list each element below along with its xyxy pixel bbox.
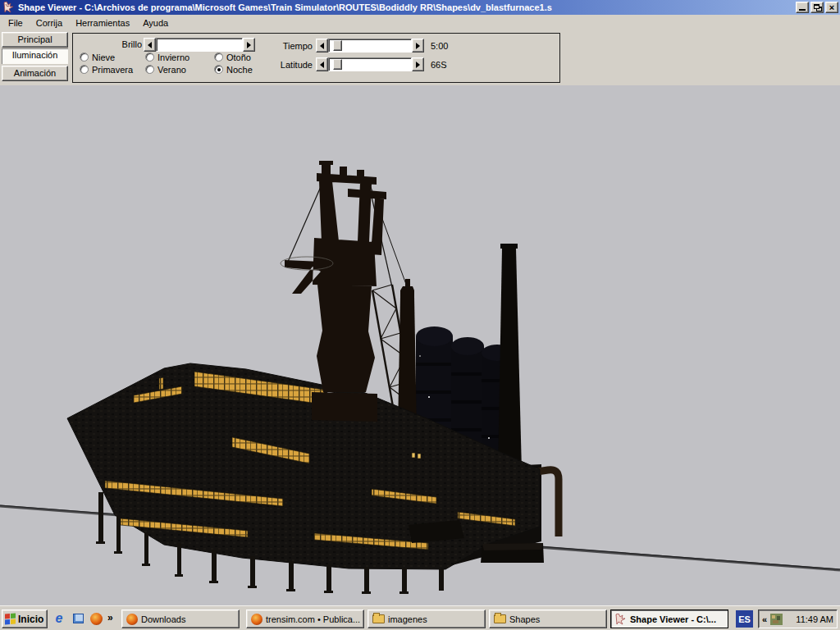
task-label: trensim.com • Publica... <box>266 614 360 624</box>
brightness-slider-track[interactable] <box>156 38 243 52</box>
radio-primavera[interactable]: Primavera <box>80 64 133 75</box>
radio-circle[interactable] <box>214 52 223 62</box>
tray-chevron[interactable]: « <box>762 614 767 624</box>
radio-circle[interactable] <box>80 52 89 62</box>
blast-furnace-scene <box>0 85 840 605</box>
folder-icon <box>372 614 385 623</box>
internet-explorer-icon[interactable]: e <box>52 611 66 626</box>
radio-circle[interactable] <box>145 65 154 74</box>
latitude-slider[interactable] <box>316 57 424 71</box>
thin-chimney <box>398 279 417 430</box>
language-indicator[interactable]: ES <box>736 610 753 628</box>
hopper-box <box>481 543 544 563</box>
brightness-slider-right-arrow[interactable] <box>243 38 255 52</box>
radio-otono[interactable]: Otoño <box>214 52 251 62</box>
radio-nieve[interactable]: Nieve <box>80 52 115 62</box>
lighting-panel: Brillo Tiempo 5:00 Latitude 66S Nieve <box>72 33 560 83</box>
tab-iluminacion[interactable]: Iluminación <box>2 48 68 64</box>
radio-label: Noche <box>226 65 253 75</box>
menu-herramientas[interactable]: Herramientas <box>69 16 136 30</box>
toolbar: Principal Iluminación Animación Brillo T… <box>0 30 840 85</box>
task-trensim[interactable]: trensim.com • Publica... <box>246 609 364 628</box>
task-label: Shape Viewer - C:\... <box>630 614 716 624</box>
radio-label: Nieve <box>92 52 115 62</box>
radio-verano[interactable]: Verano <box>145 64 186 75</box>
brightness-slider[interactable] <box>144 38 255 52</box>
radio-label: Invierno <box>158 52 189 62</box>
time-slider[interactable] <box>316 39 424 52</box>
messenger-icon[interactable] <box>71 611 85 626</box>
latitude-value: 66S <box>431 60 447 71</box>
minimize-button[interactable] <box>796 2 809 13</box>
quicklaunch-overflow-chevron[interactable]: » <box>107 612 113 623</box>
tab-principal[interactable]: Principal <box>2 32 68 48</box>
menu-ayuda[interactable]: Ayuda <box>136 16 175 30</box>
radio-circle[interactable] <box>145 52 154 62</box>
firefox-icon <box>251 614 262 625</box>
start-button[interactable]: Inicio <box>2 609 48 628</box>
tray-picture-icon[interactable] <box>770 614 783 625</box>
model-viewport[interactable] <box>0 85 840 605</box>
time-slider-track[interactable] <box>328 39 412 52</box>
menu-corrija[interactable]: Corrija <box>30 16 69 30</box>
time-value: 5:00 <box>431 41 448 52</box>
title-bar[interactable]: Shape Viewer - C:\Archivos de programa\M… <box>0 0 840 15</box>
task-shape-viewer[interactable]: Shape Viewer - C:\... <box>610 609 728 628</box>
radio-noche[interactable]: Noche <box>214 64 253 75</box>
brightness-slider-left-arrow[interactable] <box>144 38 156 52</box>
task-shapes[interactable]: Shapes <box>489 609 607 628</box>
close-button[interactable]: × <box>825 2 838 13</box>
tab-animacion[interactable]: Animación <box>2 66 68 81</box>
task-imagenes[interactable]: imagenes <box>368 609 486 628</box>
radio-label: Primavera <box>92 65 133 75</box>
windows-logo-icon <box>5 613 16 624</box>
latitude-slider-right-arrow[interactable] <box>412 57 424 71</box>
radio-label: Verano <box>158 65 186 75</box>
brightness-label: Brillo <box>106 39 142 50</box>
restore-button[interactable] <box>810 2 824 13</box>
radio-circle[interactable] <box>80 65 89 74</box>
latitude-slider-thumb[interactable] <box>333 59 342 70</box>
menu-bar: File Corrija Herramientas Ayuda <box>0 15 840 30</box>
radio-invierno[interactable]: Invierno <box>145 52 189 62</box>
window-title: Shape Viewer - C:\Archivos de programa\M… <box>18 2 792 12</box>
task-label: Shapes <box>509 614 540 624</box>
latitude-label: Latitude <box>273 60 313 71</box>
latitude-slider-left-arrow[interactable] <box>316 57 328 71</box>
radio-label: Otoño <box>226 52 251 62</box>
taskbar: Inicio e » Downloads trensim.com • Publi… <box>0 605 840 630</box>
menu-file[interactable]: File <box>2 16 30 30</box>
folder-icon <box>494 614 506 623</box>
latitude-slider-track[interactable] <box>328 57 412 71</box>
firefox-icon <box>126 614 138 625</box>
time-slider-right-arrow[interactable] <box>412 39 424 52</box>
start-label: Inicio <box>18 614 43 625</box>
clock: 11:49 AM <box>786 614 833 624</box>
system-tray: « 11:49 AM <box>758 609 838 628</box>
task-downloads[interactable]: Downloads <box>121 609 240 628</box>
radio-circle-selected[interactable] <box>214 65 223 74</box>
firefox-quicklaunch-icon[interactable] <box>89 611 103 626</box>
task-label: Downloads <box>141 614 185 624</box>
time-label: Tiempo <box>276 41 313 52</box>
shape-viewer-app-icon <box>3 2 15 13</box>
time-slider-thumb[interactable] <box>333 40 342 51</box>
task-label: imagenes <box>388 614 427 624</box>
shape-viewer-icon <box>615 614 627 625</box>
time-slider-left-arrow[interactable] <box>316 39 328 52</box>
